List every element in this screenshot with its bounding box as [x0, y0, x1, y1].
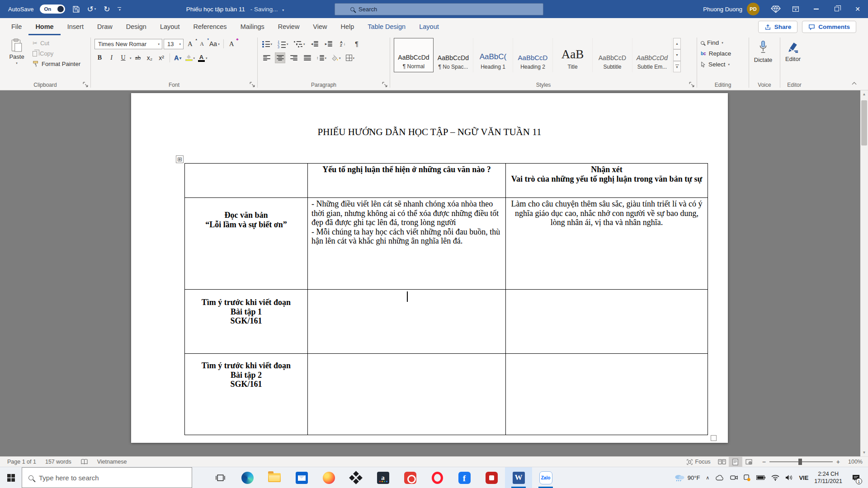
- language-indicator[interactable]: Vietnamese: [93, 457, 132, 467]
- scroll-up-icon[interactable]: ▲: [860, 90, 868, 98]
- select-button[interactable]: Select ▾: [701, 61, 731, 68]
- style-title[interactable]: AaB Title: [553, 38, 593, 72]
- zoom-in-button[interactable]: +: [836, 458, 840, 465]
- meet-now-icon[interactable]: [730, 467, 738, 488]
- facebook-icon[interactable]: f: [451, 467, 478, 488]
- premium-diamond-icon[interactable]: [766, 0, 786, 18]
- dictate-button[interactable]: Dictate: [749, 38, 777, 63]
- volume-icon[interactable]: [785, 467, 793, 488]
- format-painter-button[interactable]: Format Painter: [33, 61, 80, 67]
- zoom-out-button[interactable]: −: [762, 458, 766, 465]
- font-name-combo[interactable]: Times New Romar ▾: [94, 39, 162, 49]
- mail-icon[interactable]: [288, 467, 315, 488]
- replace-button[interactable]: bc Replace: [701, 50, 731, 57]
- style-normal[interactable]: AaBbCcDd ¶ Normal: [394, 38, 434, 72]
- table-cell-r4c1[interactable]: Tìm ý trước khi viết đoạn Bài tập 2 SGK/…: [185, 354, 308, 435]
- battery-icon[interactable]: [756, 467, 765, 488]
- tab-help[interactable]: Help: [334, 18, 361, 35]
- paragraph-dialog-launcher-icon[interactable]: [382, 82, 387, 87]
- document-title-bar[interactable]: Phiếu học tập tuần 11 - Saving... ▾: [149, 6, 321, 13]
- copy-button[interactable]: Copy: [33, 50, 80, 57]
- tab-home[interactable]: Home: [28, 18, 60, 35]
- weather-widget[interactable]: 90°F: [674, 467, 700, 488]
- bullets-button[interactable]: ▾: [261, 38, 273, 49]
- clear-formatting-button[interactable]: A◆: [226, 38, 237, 49]
- tab-layout[interactable]: Layout: [153, 18, 187, 35]
- user-name[interactable]: Phuong Duong: [703, 6, 742, 13]
- sort-button[interactable]: AZ ↓: [338, 38, 348, 49]
- increase-indent-button[interactable]: ▸: [324, 38, 334, 49]
- style-subtle-emphasis[interactable]: AaBbCcDd Subtle Em...: [632, 38, 672, 72]
- show-paragraph-marks-button[interactable]: ¶: [352, 38, 362, 49]
- read-mode-button[interactable]: [715, 457, 729, 467]
- table-cell-r1c3[interactable]: Nhận xét Vai trò của những yếu tố nghị l…: [506, 164, 708, 198]
- underline-dropdown-icon[interactable]: ▾: [130, 56, 132, 60]
- table-cell-r2c2[interactable]: - Những điều viết lên cát sẽ nhanh chóng…: [308, 198, 506, 290]
- edge-icon[interactable]: [234, 467, 261, 488]
- tab-insert[interactable]: Insert: [61, 18, 90, 35]
- change-case-button[interactable]: Aa▾: [208, 38, 221, 49]
- table-cell-r3c1[interactable]: Tìm ý trước khi viết đoạn Bài tập 1 SGK/…: [185, 290, 308, 354]
- comments-button[interactable]: Comments: [802, 21, 856, 33]
- firefox-icon[interactable]: [315, 467, 342, 488]
- shrink-font-button[interactable]: A▾: [197, 38, 207, 49]
- share-button[interactable]: Share: [758, 21, 798, 33]
- wifi-icon[interactable]: [771, 467, 779, 488]
- table-resize-handle[interactable]: [711, 435, 717, 441]
- action-center-button[interactable]: 1: [848, 467, 863, 488]
- table-cell-r2c1[interactable]: Đọc văn bản “Lỗi lầm và sự biết ơn”: [185, 198, 308, 290]
- decrease-indent-button[interactable]: ◂: [310, 38, 320, 49]
- scrollbar-thumb[interactable]: [861, 100, 867, 145]
- styles-dialog-launcher-icon[interactable]: [689, 82, 694, 87]
- vertical-scrollbar[interactable]: ▲ ▼: [860, 90, 868, 456]
- opera-icon[interactable]: [424, 467, 451, 488]
- avatar[interactable]: PD: [747, 3, 760, 15]
- page-indicator[interactable]: Page 1 of 1: [0, 457, 41, 467]
- close-button[interactable]: ✕: [847, 0, 868, 18]
- font-size-combo[interactable]: 13 ▾: [164, 39, 184, 49]
- document-table[interactable]: Yếu tố nghị luận thể hiện ở những câu vă…: [184, 163, 708, 435]
- word-taskbar-icon[interactable]: W: [505, 467, 532, 488]
- red-app-2-icon[interactable]: [478, 467, 505, 488]
- onedrive-cloud-icon[interactable]: [715, 467, 724, 488]
- collapse-ribbon-button[interactable]: [848, 79, 860, 87]
- tab-view[interactable]: View: [306, 18, 334, 35]
- autosave-toggle[interactable]: On: [40, 5, 65, 14]
- restore-button[interactable]: [826, 0, 847, 18]
- zoom-slider[interactable]: [769, 461, 833, 462]
- tab-table-design[interactable]: Table Design: [361, 18, 412, 35]
- tab-design[interactable]: Design: [119, 18, 153, 35]
- bold-button[interactable]: B: [94, 52, 105, 63]
- tab-draw[interactable]: Draw: [90, 18, 119, 35]
- zoom-slider-thumb[interactable]: [798, 459, 802, 465]
- minimize-button[interactable]: [806, 0, 826, 18]
- task-view-icon[interactable]: [207, 467, 234, 488]
- ribbon-display-options-icon[interactable]: [786, 0, 806, 18]
- table-cell-r1c2[interactable]: Yếu tố nghị luận thể hiện ở những câu vă…: [308, 164, 506, 198]
- style-subtitle[interactable]: AaBbCcD Subtitle: [593, 38, 632, 72]
- shading-button[interactable]: ▾: [330, 52, 342, 63]
- underline-button[interactable]: U: [118, 52, 128, 63]
- tab-review[interactable]: Review: [271, 18, 307, 35]
- redo-button[interactable]: ↻: [102, 3, 111, 15]
- style-heading-2[interactable]: AaBbCcD Heading 2: [513, 38, 553, 72]
- editor-button[interactable]: Editor: [780, 38, 806, 62]
- justify-button[interactable]: [302, 52, 312, 63]
- word-count[interactable]: 157 words: [41, 457, 76, 467]
- styles-gallery-expand-icon[interactable]: ▼: [673, 61, 681, 72]
- strikethrough-button[interactable]: ab: [133, 52, 143, 63]
- line-spacing-button[interactable]: ↕ ▾: [316, 52, 327, 63]
- style-heading-1[interactable]: AaBbC( Heading 1: [473, 38, 513, 72]
- grow-font-button[interactable]: A▴: [185, 38, 195, 49]
- tab-file[interactable]: File: [5, 18, 28, 35]
- align-right-button[interactable]: [288, 52, 299, 63]
- clipboard-dialog-launcher-icon[interactable]: [83, 82, 88, 87]
- multilevel-list-button[interactable]: ▾: [293, 38, 306, 49]
- styles-scroll-down-icon[interactable]: ▼: [673, 49, 681, 61]
- style-no-spacing[interactable]: AaBbCcDd ¶ No Spac...: [434, 38, 473, 72]
- zoom-level[interactable]: 100%: [844, 459, 863, 465]
- table-move-handle[interactable]: ⊞: [176, 155, 184, 163]
- table-cell-r2c3[interactable]: Làm cho câu chuyện thêm sâu sắc, giàu tí…: [506, 198, 708, 290]
- taskbar-search-box[interactable]: Type here to search: [22, 467, 192, 488]
- show-hidden-icons-chevron[interactable]: ∧: [706, 467, 709, 488]
